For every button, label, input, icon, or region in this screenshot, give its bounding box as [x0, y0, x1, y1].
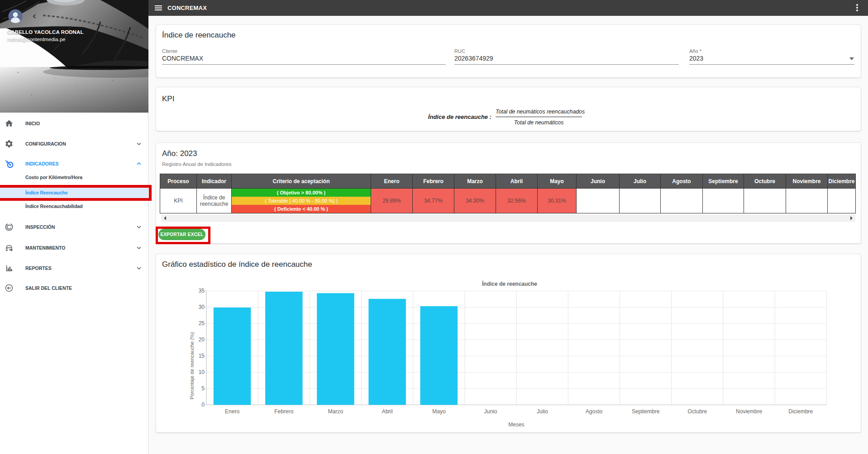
svg-text:Mayo: Mayo — [432, 408, 446, 415]
svg-text:Febrero: Febrero — [274, 408, 293, 415]
svg-text:20: 20 — [199, 336, 205, 343]
svg-text:Abril: Abril — [382, 408, 393, 415]
svg-text:Octubre: Octubre — [688, 408, 707, 415]
svg-text:0: 0 — [201, 402, 205, 408]
svg-text:Meses: Meses — [508, 421, 524, 428]
svg-text:5: 5 — [201, 385, 205, 392]
svg-text:Julio: Julio — [537, 408, 548, 415]
svg-text:Agosto: Agosto — [586, 408, 603, 415]
svg-text:Enero: Enero — [225, 408, 239, 415]
svg-text:Diciembre: Diciembre — [788, 408, 813, 415]
svg-text:15: 15 — [199, 353, 205, 359]
svg-text:Índice de reencauche: Índice de reencauche — [482, 280, 537, 287]
svg-text:25: 25 — [199, 320, 205, 326]
svg-text:30: 30 — [199, 304, 205, 310]
svg-text:Septiembre: Septiembre — [632, 408, 660, 415]
svg-text:Marzo: Marzo — [328, 408, 343, 415]
svg-text:Junio: Junio — [484, 408, 497, 415]
svg-text:35: 35 — [199, 288, 205, 294]
svg-text:Noviembre: Noviembre — [736, 408, 762, 415]
svg-text:10: 10 — [199, 369, 205, 375]
svg-text:Porcentaje de reencauche (%): Porcentaje de reencauche (%) — [189, 332, 195, 400]
